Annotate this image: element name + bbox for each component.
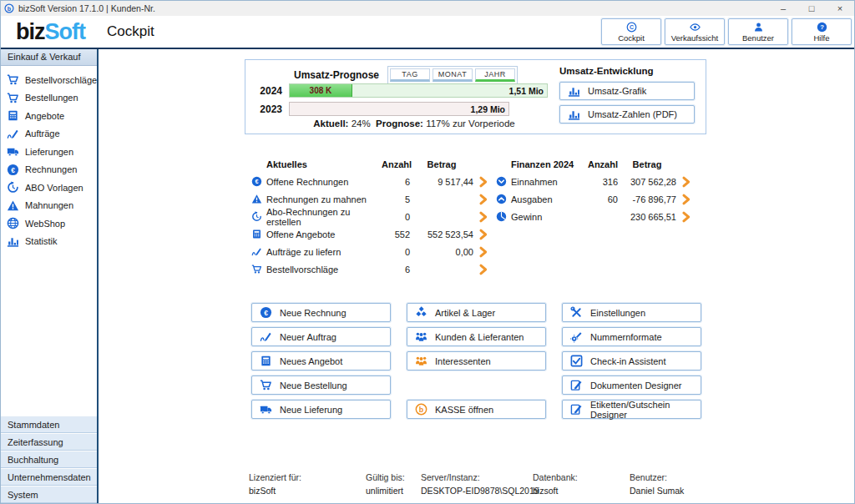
user-icon: [753, 22, 764, 33]
cart-icon: [251, 264, 262, 275]
sidebar-section-system[interactable]: System: [1, 486, 97, 503]
cart-icon: [260, 379, 272, 391]
footer-datenbank: Datenbank:bizsoft: [533, 472, 578, 496]
app-header: bizSoft Cockpit C Cockpit Verkaufssicht …: [1, 16, 854, 49]
sidebar-item-bestellvorschlaege[interactable]: Bestellvorschläge: [1, 71, 97, 89]
people-icon: [415, 355, 428, 367]
bar-2023: 1,29 Mio: [289, 102, 509, 116]
finanzen-row-label: Einnahmen: [511, 177, 583, 187]
bar-row-2024: 2024 308 K 1,51 Mio: [254, 83, 548, 98]
bar-2024-current-value: 308 K: [310, 86, 332, 95]
etiketten-gutschein-designer-button[interactable]: Etiketten/Gutschein Designer: [562, 400, 701, 419]
neue-rechnung-button[interactable]: €Neue Rechnung: [251, 303, 391, 322]
euro-icon: €: [260, 306, 272, 319]
chevron-right-icon[interactable]: [680, 211, 692, 223]
copyright-icon: C: [626, 22, 637, 33]
hilfe-button[interactable]: ? Hilfe: [792, 18, 852, 45]
title-bar: b bizSoft Version 17.1.0 | Kunden-Nr. – …: [1, 1, 854, 16]
warning-icon: [7, 199, 19, 212]
chevron-right-icon[interactable]: [478, 229, 489, 240]
sidebar-section-stammdaten[interactable]: Stammdaten: [1, 416, 97, 433]
chevron-right-icon[interactable]: [478, 246, 489, 258]
euro-icon: €: [7, 164, 19, 176]
footer-gueltig-bis: Gültig bis:unlimitiert: [366, 472, 405, 496]
sidebar-item-angebote[interactable]: Angebote: [1, 107, 97, 125]
checkbox-icon: [570, 355, 583, 367]
chart-icon: [568, 85, 580, 98]
help-icon: ?: [817, 22, 827, 33]
pie-icon: [496, 211, 507, 222]
tab-tag[interactable]: TAG: [390, 68, 430, 82]
umsatz-panel: Umsatz-Prognose TAG MONAT JAHR 2024 308 …: [245, 59, 706, 134]
tab-monat[interactable]: MONAT: [433, 68, 473, 82]
prognose-tabs: TAG MONAT JAHR: [387, 66, 518, 84]
footer-server-instanz: Server/Instanz:DESKTOP-EID9878\SQL2019: [421, 472, 539, 496]
calculator-icon: [7, 109, 19, 122]
chevron-right-icon[interactable]: [478, 264, 489, 275]
people-icon: [415, 330, 428, 343]
cockpit-button[interactable]: C Cockpit: [601, 18, 661, 45]
bar-2024-fill: 308 K: [290, 84, 352, 97]
kunden-lieferanten-button[interactable]: Kunden & Lieferanten: [407, 327, 546, 346]
umsatz-zahlen-pdf-button[interactable]: Umsatz-Zahlen (PDF): [559, 105, 695, 123]
sidebar-item-bestellungen[interactable]: Bestellungen: [1, 89, 97, 108]
interessenten-button[interactable]: Interessenten: [407, 351, 546, 370]
umsatz-prognose-title: Umsatz-Prognose: [294, 69, 379, 81]
benutzer-button[interactable]: Benutzer: [728, 18, 788, 45]
svg-text:b: b: [419, 406, 424, 414]
sidebar-item-lieferungen[interactable]: Lieferungen: [1, 143, 97, 161]
nummernformate-button[interactable]: Nummernformate: [562, 327, 701, 346]
artikel-lager-button[interactable]: Artikel & Lager: [407, 303, 546, 322]
window-title: bizSoft Version 17.1.0 | Kunden-Nr.: [18, 3, 155, 13]
neue-lieferung-button[interactable]: Neue Lieferung: [251, 400, 391, 419]
neuer-auftrag-button[interactable]: Neuer Auftrag: [251, 327, 391, 346]
aktuelles-row-label: Aufträge zu liefern: [266, 247, 382, 257]
chart-icon: [568, 108, 580, 121]
kasse-oeffnen-button[interactable]: bKASSE öffnen: [407, 400, 546, 419]
sidebar-item-abo-vorlagen[interactable]: ABO Vorlagen: [1, 179, 97, 197]
maximize-button[interactable]: □: [797, 1, 826, 16]
minimize-button[interactable]: –: [769, 1, 797, 16]
sidebar-section-buchhaltung[interactable]: Buchhaltung: [1, 451, 97, 468]
sidebar-item-mahnungen[interactable]: Mahnungen: [1, 197, 97, 215]
checkin-assistent-button[interactable]: Check-in Assistent: [562, 351, 701, 370]
abo-refresh-icon: [7, 181, 19, 194]
chevron-right-icon[interactable]: [478, 211, 489, 223]
close-button[interactable]: ×: [826, 1, 854, 16]
bar-2024-total-value: 1,51 Mio: [509, 84, 544, 97]
chevron-right-icon[interactable]: [680, 194, 692, 205]
cart-icon: [7, 73, 19, 86]
sidebar-section-einkauf-verkauf[interactable]: Einkauf & Verkauf: [1, 49, 97, 66]
sidebar-section-zeiterfassung[interactable]: Zeiterfassung: [1, 433, 97, 451]
neues-angebot-button[interactable]: Neues Angebot: [251, 351, 391, 370]
abo-refresh-icon: [251, 211, 262, 222]
sidebar: Einkauf & Verkauf Bestellvorschläge Best…: [1, 49, 99, 503]
aktuelles-row-label: Offene Rechnungen: [266, 177, 382, 187]
aktuelles-row-label: Bestellvorschläge: [266, 265, 382, 275]
quick-buttons-col3: Einstellungen Nummernformate Check-in As…: [562, 303, 701, 419]
sidebar-item-statistik[interactable]: Statistik: [1, 233, 97, 251]
umsatz-grafik-button[interactable]: Umsatz-Grafik: [559, 82, 695, 100]
aktuelles-row-label: Abo-Rechnungen zu erstellen: [266, 207, 382, 227]
kasse-icon: b: [415, 403, 428, 416]
dokumenten-designer-button[interactable]: Dokumenten Designer: [562, 375, 701, 395]
sidebar-item-auftraege[interactable]: Aufträge: [1, 125, 97, 144]
sidebar-items: Bestellvorschläge Bestellungen Angebote …: [1, 66, 97, 250]
tab-jahr[interactable]: JAHR: [475, 68, 515, 82]
bar-2023-total-value: 1,29 Mio: [471, 103, 505, 115]
sidebar-section-unternehmensdaten[interactable]: Unternehmensdaten: [1, 468, 97, 486]
einstellungen-button[interactable]: Einstellungen: [562, 303, 701, 322]
svg-text:€: €: [11, 165, 15, 174]
chevron-right-icon[interactable]: [680, 176, 692, 188]
chevron-right-icon[interactable]: [478, 176, 489, 188]
year-label-2024: 2024: [254, 85, 282, 97]
prognose-stats: Aktuell: 24% Prognose: 117% zur Vorperio…: [281, 118, 548, 129]
chevron-right-icon[interactable]: [478, 194, 489, 205]
verkaufssicht-button[interactable]: Verkaufssicht: [665, 18, 725, 45]
finanzen-title: Finanzen 2024: [511, 159, 583, 169]
doc-edit-icon: [570, 403, 583, 416]
sidebar-item-rechnungen[interactable]: €Rechnungen: [1, 161, 97, 179]
neue-bestellung-button[interactable]: Neue Bestellung: [251, 375, 391, 395]
sidebar-item-webshop[interactable]: WebShop: [1, 214, 97, 233]
doc-edit-icon: [570, 379, 583, 391]
